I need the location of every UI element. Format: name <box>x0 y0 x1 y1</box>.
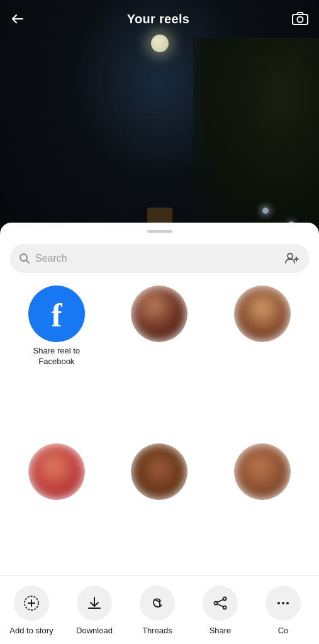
avatar-6 <box>234 443 291 500</box>
svg-point-1 <box>298 17 303 23</box>
download-label: Download <box>76 626 113 635</box>
more-label: Co <box>278 626 289 635</box>
search-placeholder: Search <box>35 253 279 264</box>
back-button[interactable] <box>10 11 25 26</box>
facebook-label: Share reel to Facebook <box>28 346 85 367</box>
contacts-grid: f Share reel to Facebook <box>0 280 319 575</box>
avatar-3 <box>234 286 291 342</box>
avatar-5 <box>131 443 187 500</box>
add-friend-button[interactable] <box>284 250 300 267</box>
share-button[interactable]: Share <box>189 578 252 635</box>
search-bar[interactable]: Search <box>10 244 309 273</box>
more-button[interactable]: Co <box>252 578 315 635</box>
add-to-story-label: Add to story <box>9 626 53 635</box>
threads-label: Threads <box>142 626 172 635</box>
camera-button[interactable] <box>291 10 309 28</box>
search-icon <box>19 253 30 264</box>
contact-5[interactable] <box>113 443 206 570</box>
threads-icon <box>140 586 175 621</box>
share-icon <box>203 586 238 621</box>
avatar-4 <box>28 443 85 500</box>
page-title: Your reels <box>127 12 189 26</box>
more-icon <box>266 586 301 621</box>
action-bar: Add to story Download Threads <box>0 575 319 644</box>
svg-point-9 <box>282 602 284 604</box>
contact-4[interactable] <box>10 443 103 570</box>
contact-2[interactable] <box>113 286 206 433</box>
facebook-logo: f <box>51 299 62 332</box>
bottom-sheet: Search f Share reel to Facebook <box>0 223 319 644</box>
add-to-story-icon <box>14 586 49 621</box>
add-to-story-button[interactable]: Add to story <box>0 578 63 635</box>
facebook-avatar: f <box>28 286 85 342</box>
download-button[interactable]: Download <box>63 578 126 635</box>
svg-point-3 <box>288 253 293 258</box>
share-label: Share <box>210 626 232 635</box>
light-decoration-1 <box>262 208 269 214</box>
drag-handle[interactable] <box>147 230 172 233</box>
search-container: Search <box>0 239 319 280</box>
header: Your reels <box>0 0 319 38</box>
download-icon <box>77 586 112 621</box>
avatar-2 <box>131 286 187 342</box>
svg-point-2 <box>20 254 27 261</box>
svg-rect-0 <box>293 14 308 25</box>
threads-button[interactable]: Threads <box>126 578 189 635</box>
contact-6[interactable] <box>216 443 309 570</box>
contact-facebook[interactable]: f Share reel to Facebook <box>10 286 103 433</box>
svg-point-10 <box>286 602 289 604</box>
svg-point-8 <box>277 602 280 604</box>
contact-3[interactable] <box>216 286 309 433</box>
tree-decoration <box>193 38 319 226</box>
